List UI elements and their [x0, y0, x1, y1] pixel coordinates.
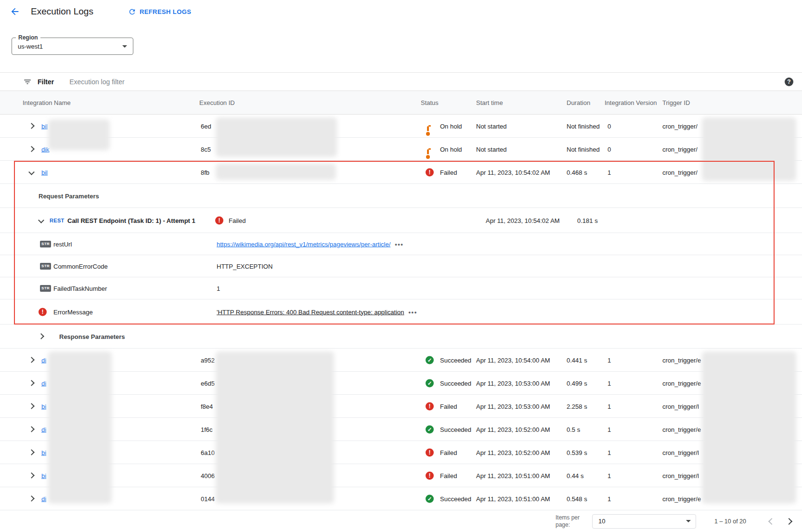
table-body: bil 6ed On hold Not started Not finished… [0, 115, 802, 510]
integration-name-link[interactable]: dik [41, 145, 50, 153]
succeeded-icon [426, 425, 434, 433]
succeeded-icon [426, 379, 434, 387]
integration-name-link[interactable]: bil [41, 169, 48, 176]
duration: 2.258 s [567, 402, 587, 410]
items-per-page-value: 10 [598, 518, 605, 525]
expand-chevron-icon[interactable] [27, 402, 36, 411]
execution-logs-page: Execution Logs REFRESH LOGS Region us-we… [0, 0, 802, 532]
failed-icon [426, 471, 434, 480]
expand-chevron-icon[interactable] [27, 448, 36, 457]
onhold-icon [427, 126, 429, 135]
table-row[interactable]: di 1f6c Succeeded Apr 11, 2023, 10:52:00… [0, 418, 802, 441]
collapse-chevron-icon[interactable] [27, 168, 36, 177]
start-time: Apr 11, 2023, 10:51:00 AM [476, 495, 550, 502]
error-message-row: ErrorMessage 'HTTP Response Errors: 400 … [0, 299, 802, 324]
column-header-integration-version: Integration Version [605, 99, 657, 106]
expand-value-button[interactable]: ••• [409, 309, 417, 315]
refresh-logs-button[interactable]: REFRESH LOGS [124, 5, 195, 19]
collapse-chevron-icon[interactable] [37, 216, 45, 225]
rest-url-link[interactable]: https://wikimedia.org/api/rest_v1/metric… [217, 240, 390, 247]
integration-name-link[interactable]: bi [41, 449, 46, 456]
integration-version: 1 [608, 449, 611, 456]
integration-name-link[interactable]: di [41, 356, 46, 363]
integration-name-link[interactable]: di [41, 426, 46, 433]
expand-value-button[interactable]: ••• [395, 241, 403, 247]
integration-name-link[interactable]: di [41, 379, 46, 387]
table-row[interactable]: di a952 Succeeded Apr 11, 2023, 10:54:00… [0, 349, 802, 372]
expand-chevron-icon[interactable] [27, 379, 36, 388]
task-duration: 0.181 s [577, 217, 598, 224]
parameter-name: ErrorMessage [53, 308, 93, 315]
error-message-link[interactable]: 'HTTP Response Errors: 400 Bad Request c… [217, 308, 404, 315]
back-arrow-icon[interactable] [9, 5, 21, 18]
integration-version: 1 [608, 169, 611, 176]
duration: 0.499 s [567, 379, 587, 387]
filter-label: Filter [38, 78, 54, 86]
expand-chevron-icon[interactable] [27, 145, 36, 154]
response-parameters-row[interactable]: Response Parameters [0, 324, 802, 349]
execution-id: 1f6c [201, 426, 213, 433]
status-label: Succeeded [440, 356, 471, 363]
table-row[interactable]: di 0144 Succeeded Apr 11, 2023, 10:51:00… [0, 487, 802, 510]
expand-chevron-icon[interactable] [27, 494, 36, 503]
expand-chevron-icon[interactable] [27, 425, 36, 434]
task-start-time: Apr 11, 2023, 10:54:02 AM [486, 217, 560, 224]
table-row[interactable]: bi f8e4 Failed Apr 11, 2023, 10:53:00 AM… [0, 395, 802, 418]
items-per-page-select[interactable]: 10 [592, 514, 696, 529]
execution-id: 6ed [201, 122, 211, 130]
table-row[interactable]: bi 6a10 Failed Apr 11, 2023, 10:52:00 AM… [0, 441, 802, 464]
integration-version: 0 [608, 122, 611, 130]
page-range: 1 – 10 of 20 [714, 518, 746, 525]
refresh-icon [128, 8, 136, 16]
table-row-expanded[interactable]: bil 8fb Failed Apr 11, 2023, 10:54:02 AM… [0, 161, 802, 184]
status-label: On hold [440, 122, 462, 130]
status-label: Succeeded [440, 495, 471, 502]
column-header-execution-id: Execution ID [199, 99, 235, 106]
page-title: Execution Logs [31, 6, 93, 17]
expand-chevron-icon[interactable] [37, 332, 45, 341]
filter-bar: Filter ? [0, 72, 802, 91]
next-page-icon[interactable] [783, 515, 795, 528]
filter-input[interactable] [68, 78, 785, 86]
start-time: Apr 11, 2023, 10:51:00 AM [476, 472, 550, 479]
start-time: Apr 11, 2023, 10:53:00 AM [476, 379, 550, 387]
dropdown-caret-icon [686, 520, 691, 522]
failed-icon [426, 168, 434, 176]
response-parameters-label: Response Parameters [59, 333, 125, 340]
duration: 0.5 s [567, 426, 580, 433]
previous-page-icon[interactable] [765, 515, 778, 528]
integration-name-link[interactable]: bi [41, 472, 46, 479]
status-label: Succeeded [440, 426, 471, 433]
integration-name-link[interactable]: bil [41, 122, 48, 130]
duration: 0.468 s [567, 169, 587, 176]
integration-name-link[interactable]: di [41, 495, 46, 502]
execution-id: 4006 [201, 472, 215, 479]
string-type-icon: STR [40, 263, 51, 270]
table-row[interactable]: di e6d5 Succeeded Apr 11, 2023, 10:53:00… [0, 372, 802, 395]
integration-name-link[interactable]: bi [41, 402, 46, 410]
rest-task-icon: REST [50, 218, 65, 223]
expand-chevron-icon[interactable] [27, 356, 36, 364]
duration: 0.539 s [567, 449, 587, 456]
execution-id: f8e4 [201, 402, 213, 410]
task-row[interactable]: REST Call REST Endpoint (Task ID: 1) - A… [0, 208, 802, 233]
table-row[interactable]: bi 4006 Failed Apr 11, 2023, 10:51:00 AM… [0, 464, 802, 487]
region-label: Region [16, 34, 40, 41]
help-icon[interactable]: ? [785, 78, 793, 86]
filter-icon [23, 78, 32, 86]
region-select[interactable]: Region us-west1 [12, 38, 133, 55]
table-row[interactable]: bil 6ed On hold Not started Not finished… [0, 115, 802, 138]
table-row[interactable]: dik 8c5 On hold Not started Not finished… [0, 138, 802, 161]
top-bar: Execution Logs REFRESH LOGS [0, 0, 802, 23]
execution-id: 6a10 [201, 449, 215, 456]
region-value: us-west1 [18, 43, 43, 50]
column-header-trigger-id: Trigger ID [662, 99, 690, 106]
expand-chevron-icon[interactable] [27, 471, 36, 480]
execution-id: 8fb [201, 169, 209, 176]
status-label: Failed [440, 472, 457, 479]
status-label: On hold [440, 145, 462, 153]
parameter-row: STR CommonErrorCode HTTP_EXCEPTION [0, 255, 802, 277]
table-header: Integration Name Execution ID Status Sta… [0, 91, 802, 115]
expand-chevron-icon[interactable] [27, 122, 36, 130]
integration-version: 1 [608, 356, 611, 363]
